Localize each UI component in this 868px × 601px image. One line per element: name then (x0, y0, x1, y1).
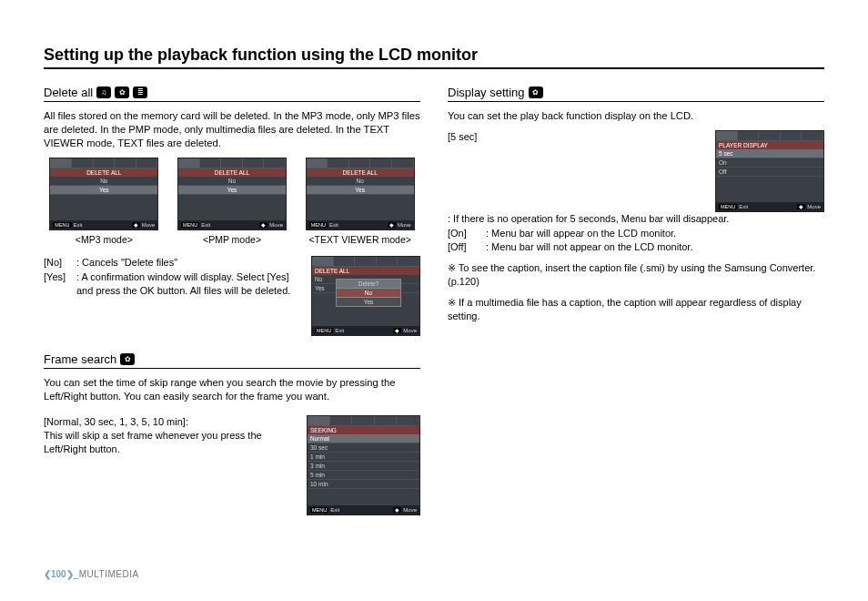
screen-seeking: SEEKING Normal 30 sec 1 min 3 min 5 min … (307, 415, 420, 515)
section-title-delete-all: Delete all ♫ ✿ ≣ (44, 86, 420, 102)
screen-mp3: DELETE ALL No Yes MENUExit◆Move <MP3 mod… (44, 158, 165, 245)
frame-search-row: [Normal, 30 sec, 1, 3, 5, 10 min]: This … (44, 415, 420, 515)
screen-player-display: PLAYER DISPLAY 5 sec On Off MENUExit◆Mov… (715, 130, 824, 212)
content-columns: Delete all ♫ ✿ ≣ All files stored on the… (44, 86, 824, 515)
note-1: ※ To see the caption, insert the caption… (448, 261, 824, 289)
display-setting-body: You can set the play back function displ… (448, 109, 824, 123)
page-title: Setting up the playback function using t… (44, 46, 824, 69)
gear-icon: ✿ (529, 87, 543, 98)
frame-search-body: You can set the time of skip range when … (44, 376, 420, 403)
lcd-mock-seeking: SEEKING Normal 30 sec 1 min 3 min 5 min … (307, 415, 420, 515)
right-column: Display setting ✿ You can set the play b… (448, 86, 824, 515)
page-footer: ❮100❯_MULTIMEDIA (44, 569, 139, 579)
manual-page: Setting up the playback function using t… (0, 0, 868, 601)
lcd-mock-confirm: DELETE ALL No Yes Delete? No Yes MENUExi… (311, 256, 420, 336)
display-setting-row: PLAYER DISPLAY 5 sec On Off MENUExit◆Mov… (448, 130, 824, 254)
text-icon: ≣ (133, 87, 147, 98)
note-2: ※ If a multimedia file has a caption, th… (448, 296, 824, 323)
gear-icon: ✿ (115, 87, 129, 98)
section-title-text: Display setting (448, 86, 525, 99)
left-column: Delete all ♫ ✿ ≣ All files stored on the… (44, 86, 420, 515)
lcd-mock: DELETE ALL No Yes MENUExit◆Move (177, 158, 287, 230)
caption-pmp: <PMP mode> (172, 234, 293, 245)
section-title-display-setting: Display setting ✿ (448, 86, 824, 102)
lcd-mock: DELETE ALL No Yes MENUExit◆Move (306, 158, 415, 230)
delete-all-screens: DELETE ALL No Yes MENUExit◆Move <MP3 mod… (44, 158, 420, 245)
section-title-text: Delete all (44, 86, 93, 99)
frame-search-option: [Normal, 30 sec, 1, 3, 5, 10 min]: This … (44, 415, 298, 515)
screen-pmp: DELETE ALL No Yes MENUExit◆Move <PMP mod… (172, 158, 293, 245)
delete-all-body: All files stored on the memory card will… (44, 109, 420, 150)
screen-confirm: DELETE ALL No Yes Delete? No Yes MENUExi… (311, 256, 420, 336)
section-title-frame-search: Frame search ✿ (44, 352, 420, 369)
caption-text: <TEXT VIEWER mode> (299, 234, 420, 245)
music-icon: ♫ (96, 87, 111, 98)
section-title-text: Frame search (44, 352, 116, 366)
lcd-mock-display: PLAYER DISPLAY 5 sec On Off MENUExit◆Mov… (715, 130, 824, 212)
gear-icon: ✿ (120, 353, 135, 365)
delete-all-options-row: [No]: Cancels "Delete files" [Yes]: A co… (44, 256, 420, 336)
caption-mp3: <MP3 mode> (44, 234, 165, 245)
confirm-dialog: Delete? No Yes (336, 279, 401, 307)
screen-text: DELETE ALL No Yes MENUExit◆Move <TEXT VI… (299, 158, 420, 245)
delete-all-options: [No]: Cancels "Delete files" [Yes]: A co… (44, 256, 302, 336)
lcd-mock: DELETE ALL No Yes MENUExit◆Move (49, 158, 158, 230)
